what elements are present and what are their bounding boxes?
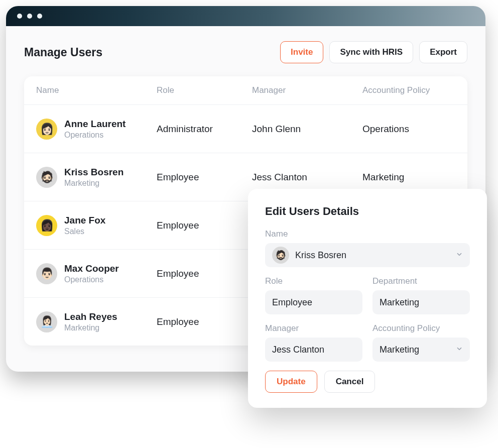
user-dept: Operations — [64, 131, 126, 140]
user-policy: Marketing — [362, 172, 455, 183]
name-select[interactable]: 🧔🏻 Kriss Bosren — [265, 243, 470, 267]
cancel-button[interactable]: Cancel — [324, 371, 376, 393]
field-label-policy: Accounting Policy — [372, 323, 470, 333]
avatar: 👩🏻 — [36, 119, 57, 140]
field-label-manager: Manager — [265, 323, 362, 333]
department-input[interactable]: Marketing — [372, 290, 470, 314]
user-name: Kriss Bosren — [64, 167, 123, 178]
policy-select[interactable]: Marketing — [372, 338, 470, 362]
user-name: Anne Laurent — [64, 119, 126, 130]
panel-title: Edit Users Details — [265, 205, 470, 218]
chevron-down-icon — [456, 250, 463, 261]
header-actions: Invite Sync with HRIS Export — [280, 41, 467, 63]
panel-actions: Update Cancel — [265, 371, 470, 393]
field-label-department: Department — [372, 276, 470, 286]
user-name: Leah Reyes — [64, 311, 117, 322]
avatar: 🧔🏻 — [36, 167, 57, 188]
column-header-policy: Accounting Policy — [362, 85, 455, 95]
user-role: Employee — [157, 172, 252, 183]
edit-user-panel: Edit Users Details Name 🧔🏻 Kriss Bosren … — [248, 189, 487, 408]
avatar: 👩🏿 — [36, 215, 57, 236]
avatar: 🧔🏻 — [272, 247, 289, 264]
manager-value: Jess Clanton — [272, 345, 324, 355]
avatar: 👨🏻 — [36, 263, 57, 284]
page-title: Manage Users — [24, 46, 102, 59]
user-name: Max Cooper — [64, 263, 119, 274]
chevron-down-icon — [456, 345, 463, 355]
user-manager: Jess Clanton — [252, 172, 362, 183]
user-dept: Sales — [64, 227, 105, 236]
role-input[interactable]: Employee — [265, 290, 362, 314]
column-header-name: Name — [36, 85, 157, 95]
user-name: Jane Fox — [64, 215, 105, 226]
user-role: Employee — [157, 220, 252, 231]
table-header: Name Role Manager Accounting Policy — [24, 76, 467, 104]
traffic-light-dot[interactable] — [17, 14, 22, 19]
name-select-value: Kriss Bosren — [295, 250, 346, 261]
manager-input[interactable]: Jess Clanton — [265, 338, 362, 362]
user-role: Administrator — [157, 124, 252, 135]
window-titlebar — [6, 6, 485, 26]
field-label-role: Role — [265, 276, 362, 286]
column-header-role: Role — [157, 85, 252, 95]
user-policy: Operations — [362, 124, 455, 135]
invite-button[interactable]: Invite — [280, 41, 323, 63]
user-role: Employee — [157, 268, 252, 279]
sync-hris-button[interactable]: Sync with HRIS — [329, 41, 413, 63]
user-manager: John Glenn — [252, 124, 362, 135]
update-button[interactable]: Update — [265, 371, 317, 393]
field-label-name: Name — [265, 229, 470, 239]
policy-value: Marketing — [380, 345, 419, 355]
user-role: Employee — [157, 316, 252, 327]
role-value: Employee — [272, 297, 312, 308]
user-dept: Marketing — [64, 179, 123, 188]
user-dept: Operations — [64, 275, 119, 284]
avatar: 👩🏻‍💼 — [36, 311, 57, 332]
column-header-manager: Manager — [252, 85, 362, 95]
page-header: Manage Users Invite Sync with HRIS Expor… — [6, 26, 485, 72]
department-value: Marketing — [380, 297, 419, 308]
traffic-light-dot[interactable] — [27, 14, 32, 19]
export-button[interactable]: Export — [419, 41, 467, 63]
traffic-light-dot[interactable] — [37, 14, 42, 19]
user-dept: Marketing — [64, 323, 117, 332]
table-row[interactable]: 👩🏻Anne LaurentOperationsAdministratorJoh… — [24, 104, 467, 153]
